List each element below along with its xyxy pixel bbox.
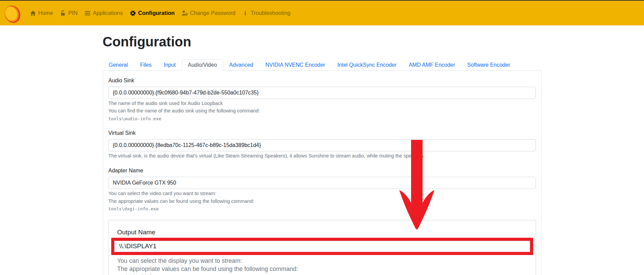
navbar: Home PIN Applications Configuration Chan… — [0, 1, 644, 25]
audio-sink-command: tools\audio-info.exe — [109, 116, 536, 121]
nav-item-troubleshooting[interactable]: i Troubleshooting — [239, 10, 294, 16]
virtual-sink-label: Virtual Sink — [109, 130, 536, 136]
nav-item-label: Home — [38, 10, 53, 16]
tab-intel-quicksync-encoder[interactable]: Intel QuickSync Encoder — [331, 59, 403, 71]
nav-item-label: PIN — [68, 10, 78, 16]
tab-general[interactable]: General — [103, 59, 134, 71]
tab-amd-amf-encoder[interactable]: AMD AMF Encoder — [403, 59, 461, 71]
nav-item-applications[interactable]: Applications — [81, 10, 126, 16]
tab-files[interactable]: Files — [134, 59, 158, 71]
adapter-name-command: tools\dxgi-info.exe — [109, 206, 536, 211]
bars-icon — [85, 10, 91, 16]
info-icon: i — [242, 10, 248, 16]
output-name-label: Output Name — [117, 229, 533, 236]
virtual-sink-group: Virtual Sink The virtual sink, is the au… — [109, 130, 536, 159]
home-icon — [30, 10, 36, 16]
unlock-icon — [60, 10, 66, 16]
tab-software-encoder[interactable]: Software Encoder — [461, 59, 516, 71]
output-name-zoom-card: Output Name You can select the display y… — [109, 220, 536, 275]
sunshine-logo[interactable] — [3, 4, 22, 24]
nav-item-label: Change Password — [190, 10, 236, 16]
audio-video-panel: Audio Sink The name of the audio sink us… — [103, 71, 542, 275]
adapter-name-help-2: The appropriate values can be found usin… — [109, 198, 536, 204]
audio-sink-help-2: You can find the name of the audio sink … — [109, 108, 536, 114]
adapter-name-label: Adapter Name — [109, 168, 536, 174]
user-key-icon — [182, 10, 188, 16]
config-tabs: General Files Input Audio/Video Advanced… — [103, 59, 542, 71]
nav-item-pin[interactable]: PIN — [56, 10, 81, 16]
navbar-menu: Home PIN Applications Configuration Chan… — [26, 10, 294, 16]
tab-audio-video[interactable]: Audio/Video — [182, 59, 223, 71]
main-container: Configuration General Files Input Audio/… — [103, 34, 542, 275]
gear-icon — [130, 10, 136, 16]
adapter-name-input[interactable] — [109, 177, 536, 189]
tab-input[interactable]: Input — [158, 59, 182, 71]
nav-item-label: Configuration — [138, 10, 175, 16]
output-name-help-1: You can select the display you want to s… — [117, 257, 533, 264]
output-name-input[interactable] — [114, 241, 530, 252]
audio-sink-group: Audio Sink The name of the audio sink us… — [109, 78, 536, 121]
tab-advanced[interactable]: Advanced — [223, 59, 259, 71]
virtual-sink-help: The virtual sink, is the audio device th… — [109, 153, 536, 159]
virtual-sink-input[interactable] — [109, 139, 536, 151]
page-title: Configuration — [103, 34, 542, 49]
output-name-highlight-box — [111, 238, 533, 255]
audio-sink-label: Audio Sink — [109, 78, 536, 84]
output-name-command: tools\dxgi-info.exe — [117, 274, 533, 275]
nav-item-change-password[interactable]: Change Password — [178, 10, 239, 16]
audio-sink-help-1: The name of the audio sink used for Audi… — [109, 101, 536, 106]
nav-item-label: Applications — [93, 10, 123, 16]
audio-sink-input[interactable] — [109, 87, 536, 99]
tab-nvidia-nvenc-encoder[interactable]: NVIDIA NVENC Encoder — [259, 59, 331, 71]
adapter-name-help-1: You can select the video card you want t… — [109, 191, 536, 196]
output-name-help-2: The appropriate values can be found usin… — [117, 266, 533, 272]
nav-item-label: Troubleshooting — [251, 10, 291, 16]
adapter-name-group: Adapter Name You can select the video ca… — [109, 168, 536, 211]
nav-item-home[interactable]: Home — [26, 10, 56, 16]
nav-item-configuration[interactable]: Configuration — [126, 10, 178, 16]
